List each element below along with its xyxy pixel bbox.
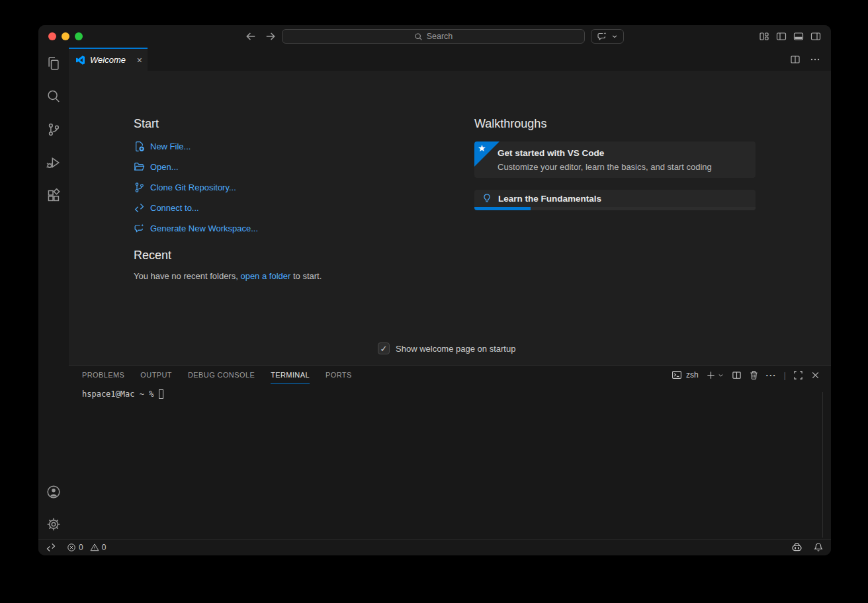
panel-tab-ports[interactable]: PORTS [326,366,352,384]
start-link-new-file[interactable]: New File... [134,141,258,151]
bottom-panel: PROBLEMS OUTPUT DEBUG CONSOLE TERMINAL P… [69,365,831,539]
toggle-panel-icon[interactable] [793,31,804,42]
walkthrough-title: Learn the Fundamentals [498,194,601,204]
toolbar-divider: | [784,370,786,380]
close-panel-icon[interactable] [810,370,820,380]
walkthrough-progress-fill [474,207,531,210]
search-placeholder: Search [427,32,453,41]
error-count: 0 [79,543,83,552]
start-section-title: Start [134,117,159,131]
recent-text-before: You have no recent folders, [134,271,240,281]
toggle-primary-sidebar-icon[interactable] [776,31,787,42]
copilot-icon[interactable] [791,542,803,554]
explorer-icon[interactable] [46,56,62,71]
copilot-chat-button[interactable] [591,29,624,44]
recent-empty-text: You have no recent folders, open a folde… [134,271,322,281]
accounts-icon[interactable] [46,484,62,500]
walkthrough-description: Customize your editor, learn the basics,… [498,162,712,172]
tab-welcome[interactable]: Welcome × [69,48,148,71]
start-link-generate-workspace[interactable]: Generate New Workspace... [134,223,258,233]
panel-tab-problems[interactable]: PROBLEMS [82,366,124,384]
customize-layout-icon[interactable] [759,31,769,42]
start-link-label: Open... [150,162,179,172]
start-link-label: Connect to... [150,203,199,213]
walkthroughs-section-title: Walkthroughs [474,117,546,131]
chat-sparkle-icon [134,223,145,234]
kill-terminal-trash-icon[interactable] [749,370,759,380]
tab-bar: Welcome × [69,48,831,71]
split-terminal-icon[interactable] [732,370,742,380]
remote-icon [134,202,145,214]
chevron-down-icon[interactable] [717,372,724,379]
lightbulb-icon [482,193,492,204]
warning-icon [90,543,99,552]
show-welcome-checkbox-label: Show welcome page on startup [396,344,515,354]
toggle-secondary-sidebar-icon[interactable] [810,31,821,42]
terminal-toolbar: zsh · [672,366,820,384]
git-branch-icon [134,182,145,193]
terminal-prompt: hspace1@Mac ~ % [82,389,153,399]
welcome-page: Start New File... Open... [69,71,831,365]
startup-checkbox-row: ✓ Show welcome page on startup [378,342,515,354]
terminal-cursor [159,389,163,399]
start-link-label: New File... [150,141,191,151]
panel-tab-output[interactable]: OUTPUT [140,366,172,384]
shell-name-label: zsh [686,370,699,380]
start-link-open[interactable]: Open... [134,161,258,172]
command-center-search[interactable]: Search [282,29,585,44]
problems-status[interactable]: 0 0 [67,543,110,552]
run-debug-icon[interactable] [46,155,62,171]
recent-text-after: to start. [290,271,322,281]
start-link-label: Generate New Workspace... [150,223,258,233]
walkthrough-card-fundamentals[interactable]: Learn the Fundamentals [474,190,756,210]
new-terminal-button[interactable] [706,370,724,380]
notifications-bell-icon[interactable] [813,542,824,553]
forward-icon[interactable] [264,30,277,43]
star-icon: ★ [478,143,486,153]
source-control-icon[interactable] [46,122,62,138]
traffic-lights [48,32,83,40]
extensions-icon[interactable] [46,188,62,204]
search-icon [414,32,423,41]
terminal-shell-selector[interactable]: zsh [672,370,699,380]
open-folder-icon [134,161,145,173]
terminal-scrollbar[interactable] [822,392,823,538]
split-editor-icon[interactable] [790,54,801,65]
walkthrough-title: Get started with VS Code [498,148,604,158]
start-link-connect-to[interactable]: Connect to... [134,202,258,213]
walkthrough-card-get-started[interactable]: ★ Get started with VS Code Customize you… [474,141,756,178]
activity-bar [38,48,69,539]
open-a-folder-link[interactable]: open a folder [240,271,290,281]
close-window-button[interactable] [48,32,56,40]
vscode-logo-icon [75,55,86,65]
status-bar: 0 0 [38,539,831,555]
titlebar: Search [38,25,831,48]
back-icon[interactable] [244,30,257,43]
recent-section-title: Recent [134,249,171,262]
new-file-icon [134,141,145,152]
warning-count: 0 [102,543,107,552]
terminal-icon [672,370,682,380]
walkthrough-progress-track [474,207,756,210]
start-links: New File... Open... Clone Git Repository… [134,141,258,243]
settings-gear-icon[interactable] [46,516,62,532]
chevron-down-icon [611,32,619,40]
terminal-content[interactable]: hspace1@Mac ~ % [82,389,163,399]
start-link-label: Clone Git Repository... [150,182,236,192]
tab-close-icon[interactable]: × [137,56,142,65]
minimize-window-button[interactable] [62,32,69,40]
error-icon [67,543,76,552]
chat-sparkle-icon [597,31,607,42]
panel-tab-terminal[interactable]: TERMINAL [271,366,310,384]
terminal-more-actions-icon[interactable]: ··· [766,370,777,380]
maximize-panel-icon[interactable] [793,370,803,380]
show-welcome-checkbox[interactable]: ✓ [378,342,390,354]
start-link-clone-repo[interactable]: Clone Git Repository... [134,182,258,192]
tab-label: Welcome [90,55,133,65]
search-icon[interactable] [46,89,62,104]
panel-tab-debug-console[interactable]: DEBUG CONSOLE [188,366,255,384]
maximize-window-button[interactable] [75,32,83,40]
more-actions-icon[interactable] [810,54,820,65]
plus-icon [706,370,716,380]
remote-indicator-icon[interactable] [46,542,56,553]
